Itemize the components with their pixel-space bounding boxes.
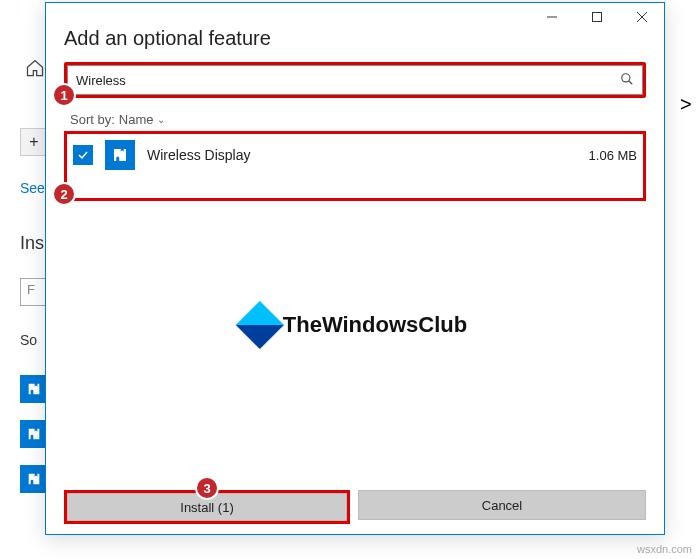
cancel-button[interactable]: Cancel — [358, 490, 646, 520]
feature-checkbox[interactable] — [73, 145, 93, 165]
see-link-bg: See — [20, 180, 45, 196]
dialog-action-bar: Install (1) 3 Cancel — [64, 490, 646, 524]
sort-by-label: Sort by: — [70, 112, 115, 127]
arrow-right-icon: > — [680, 93, 692, 116]
feature-size: 1.06 MB — [589, 148, 637, 163]
sort-label-bg: So — [20, 332, 37, 348]
callout-badge-1: 1 — [52, 83, 76, 107]
feature-tile-bg — [20, 375, 48, 403]
installed-heading-bg: Ins — [20, 233, 44, 254]
minimize-button[interactable] — [529, 3, 574, 31]
callout-badge-2: 2 — [52, 182, 76, 206]
results-highlight: Wireless Display 1.06 MB 2 — [64, 131, 646, 201]
watermark-text: TheWindowsClub — [283, 312, 467, 338]
image-credit: wsxdn.com — [637, 543, 692, 555]
add-feature-button-bg: + — [20, 128, 48, 156]
feature-tile-bg — [20, 420, 48, 448]
feature-tile-bg — [20, 465, 48, 493]
sort-by-control[interactable]: Sort by: Name ⌄ — [70, 112, 646, 127]
home-icon — [25, 58, 45, 82]
maximize-button[interactable] — [574, 3, 619, 31]
chevron-down-icon: ⌄ — [157, 114, 165, 125]
search-icon[interactable] — [620, 72, 634, 89]
feature-row[interactable]: Wireless Display 1.06 MB — [67, 134, 643, 176]
search-highlight: 1 — [64, 62, 646, 98]
watermark: TheWindowsClub — [243, 308, 467, 342]
sort-by-value: Name — [119, 112, 154, 127]
svg-point-1 — [622, 73, 630, 81]
callout-badge-3: 3 — [195, 476, 219, 500]
watermark-logo-icon — [236, 301, 284, 349]
feature-name: Wireless Display — [147, 147, 577, 163]
close-button[interactable] — [619, 3, 664, 31]
search-input[interactable] — [76, 73, 620, 88]
puzzle-icon — [105, 140, 135, 170]
add-optional-feature-dialog: Add an optional feature 1 Sort by: Name … — [45, 2, 665, 535]
svg-rect-0 — [592, 13, 601, 22]
